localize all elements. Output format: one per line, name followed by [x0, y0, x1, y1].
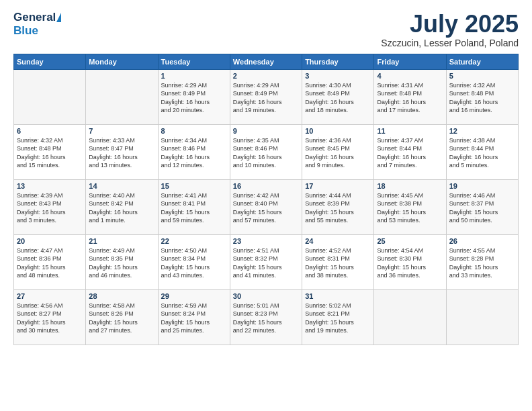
calendar-header-row: Sunday Monday Tuesday Wednesday Thursday…: [14, 54, 519, 69]
calendar-cell: 19Sunrise: 4:46 AM Sunset: 8:37 PM Dayli…: [446, 179, 518, 234]
day-number: 13: [17, 182, 83, 190]
calendar-cell: 11Sunrise: 4:37 AM Sunset: 8:44 PM Dayli…: [374, 124, 446, 179]
day-number: 5: [449, 72, 515, 80]
week-row-5: 27Sunrise: 4:56 AM Sunset: 8:27 PM Dayli…: [14, 289, 519, 345]
day-info: Sunrise: 4:59 AM Sunset: 8:24 PM Dayligh…: [161, 302, 227, 335]
day-info: Sunrise: 4:32 AM Sunset: 8:48 PM Dayligh…: [17, 136, 83, 170]
day-info: Sunrise: 4:36 AM Sunset: 8:45 PM Dayligh…: [305, 136, 371, 170]
day-info: Sunrise: 4:49 AM Sunset: 8:35 PM Dayligh…: [89, 246, 154, 280]
calendar-cell: 28Sunrise: 4:58 AM Sunset: 8:26 PM Dayli…: [86, 289, 158, 345]
location: Szczucin, Lesser Poland, Poland: [381, 38, 519, 48]
logo: General Blue: [13, 11, 66, 38]
day-info: Sunrise: 4:46 AM Sunset: 8:37 PM Dayligh…: [449, 191, 515, 225]
calendar-cell: 27Sunrise: 4:56 AM Sunset: 8:27 PM Dayli…: [14, 289, 86, 345]
day-info: Sunrise: 4:30 AM Sunset: 8:49 PM Dayligh…: [305, 81, 371, 115]
header: General Blue July 2025 Szczucin, Lesser …: [13, 11, 519, 48]
logo-general-text: General: [13, 11, 56, 24]
calendar-cell: [14, 69, 86, 124]
day-info: Sunrise: 4:41 AM Sunset: 8:41 PM Dayligh…: [161, 191, 227, 225]
logo-arrow-icon: [56, 13, 66, 22]
day-number: 11: [377, 127, 443, 135]
day-info: Sunrise: 4:58 AM Sunset: 8:26 PM Dayligh…: [89, 302, 154, 335]
calendar-cell: 10Sunrise: 4:36 AM Sunset: 8:45 PM Dayli…: [302, 124, 374, 179]
calendar-table: Sunday Monday Tuesday Wednesday Thursday…: [13, 54, 519, 345]
day-number: 2: [233, 72, 299, 80]
day-number: 18: [377, 182, 443, 190]
page: General Blue July 2025 Szczucin, Lesser …: [0, 0, 532, 411]
header-wednesday: Wednesday: [230, 54, 302, 69]
month-title: July 2025: [381, 11, 519, 38]
calendar-cell: 4Sunrise: 4:31 AM Sunset: 8:48 PM Daylig…: [374, 69, 446, 124]
day-info: Sunrise: 4:47 AM Sunset: 8:36 PM Dayligh…: [17, 246, 83, 280]
calendar-cell: 22Sunrise: 4:50 AM Sunset: 8:34 PM Dayli…: [158, 234, 230, 289]
day-number: 9: [233, 127, 299, 135]
calendar-cell: 9Sunrise: 4:35 AM Sunset: 8:46 PM Daylig…: [230, 124, 302, 179]
day-number: 30: [233, 292, 299, 300]
day-info: Sunrise: 4:40 AM Sunset: 8:42 PM Dayligh…: [89, 191, 154, 225]
day-number: 17: [305, 182, 371, 190]
day-info: Sunrise: 4:32 AM Sunset: 8:48 PM Dayligh…: [449, 81, 515, 115]
header-saturday: Saturday: [446, 54, 518, 69]
day-number: 27: [17, 292, 83, 300]
calendar-cell: 17Sunrise: 4:44 AM Sunset: 8:39 PM Dayli…: [302, 179, 374, 234]
calendar-cell: 18Sunrise: 4:45 AM Sunset: 8:38 PM Dayli…: [374, 179, 446, 234]
day-info: Sunrise: 4:33 AM Sunset: 8:47 PM Dayligh…: [89, 136, 154, 170]
day-number: 6: [17, 127, 83, 135]
day-info: Sunrise: 4:31 AM Sunset: 8:48 PM Dayligh…: [377, 81, 443, 115]
day-number: 14: [89, 182, 154, 190]
day-number: 24: [305, 237, 371, 245]
day-number: 8: [161, 127, 227, 135]
calendar-cell: 5Sunrise: 4:32 AM Sunset: 8:48 PM Daylig…: [446, 69, 518, 124]
calendar-cell: 1Sunrise: 4:29 AM Sunset: 8:49 PM Daylig…: [158, 69, 230, 124]
header-monday: Monday: [86, 54, 158, 69]
header-thursday: Thursday: [302, 54, 374, 69]
calendar-cell: 26Sunrise: 4:55 AM Sunset: 8:28 PM Dayli…: [446, 234, 518, 289]
day-number: 26: [449, 237, 515, 245]
day-number: 10: [305, 127, 371, 135]
day-number: 4: [377, 72, 443, 80]
day-number: 16: [233, 182, 299, 190]
day-number: 29: [161, 292, 227, 300]
header-sunday: Sunday: [14, 54, 86, 69]
calendar-cell: 31Sunrise: 5:02 AM Sunset: 8:21 PM Dayli…: [302, 289, 374, 345]
day-number: 1: [161, 72, 227, 80]
calendar-cell: 25Sunrise: 4:54 AM Sunset: 8:30 PM Dayli…: [374, 234, 446, 289]
day-info: Sunrise: 4:34 AM Sunset: 8:46 PM Dayligh…: [161, 136, 227, 170]
day-info: Sunrise: 4:38 AM Sunset: 8:44 PM Dayligh…: [449, 136, 515, 170]
day-number: 15: [161, 182, 227, 190]
day-info: Sunrise: 4:56 AM Sunset: 8:27 PM Dayligh…: [17, 302, 83, 335]
day-info: Sunrise: 4:37 AM Sunset: 8:44 PM Dayligh…: [377, 136, 443, 170]
calendar-cell: 20Sunrise: 4:47 AM Sunset: 8:36 PM Dayli…: [14, 234, 86, 289]
calendar-cell: 15Sunrise: 4:41 AM Sunset: 8:41 PM Dayli…: [158, 179, 230, 234]
day-number: 12: [449, 127, 515, 135]
calendar-cell: 14Sunrise: 4:40 AM Sunset: 8:42 PM Dayli…: [86, 179, 158, 234]
calendar-cell: [86, 69, 158, 124]
calendar-cell: [446, 289, 518, 345]
week-row-1: 1Sunrise: 4:29 AM Sunset: 8:49 PM Daylig…: [14, 69, 519, 124]
day-number: 3: [305, 72, 371, 80]
day-info: Sunrise: 4:54 AM Sunset: 8:30 PM Dayligh…: [377, 246, 443, 280]
week-row-2: 6Sunrise: 4:32 AM Sunset: 8:48 PM Daylig…: [14, 124, 519, 179]
calendar-cell: 7Sunrise: 4:33 AM Sunset: 8:47 PM Daylig…: [86, 124, 158, 179]
day-info: Sunrise: 4:39 AM Sunset: 8:43 PM Dayligh…: [17, 191, 83, 225]
header-friday: Friday: [374, 54, 446, 69]
calendar-cell: 12Sunrise: 4:38 AM Sunset: 8:44 PM Dayli…: [446, 124, 518, 179]
day-number: 19: [449, 182, 515, 190]
day-info: Sunrise: 4:29 AM Sunset: 8:49 PM Dayligh…: [161, 81, 227, 115]
calendar-cell: 21Sunrise: 4:49 AM Sunset: 8:35 PM Dayli…: [86, 234, 158, 289]
day-number: 28: [89, 292, 154, 300]
calendar-cell: 30Sunrise: 5:01 AM Sunset: 8:23 PM Dayli…: [230, 289, 302, 345]
week-row-3: 13Sunrise: 4:39 AM Sunset: 8:43 PM Dayli…: [14, 179, 519, 234]
title-section: July 2025 Szczucin, Lesser Poland, Polan…: [381, 11, 519, 48]
day-number: 7: [89, 127, 154, 135]
calendar-cell: 16Sunrise: 4:42 AM Sunset: 8:40 PM Dayli…: [230, 179, 302, 234]
day-number: 22: [161, 237, 227, 245]
day-info: Sunrise: 5:02 AM Sunset: 8:21 PM Dayligh…: [305, 302, 371, 335]
day-number: 20: [17, 237, 83, 245]
header-tuesday: Tuesday: [158, 54, 230, 69]
day-number: 31: [305, 292, 371, 300]
day-number: 25: [377, 237, 443, 245]
day-info: Sunrise: 4:52 AM Sunset: 8:31 PM Dayligh…: [305, 246, 371, 280]
calendar-cell: 3Sunrise: 4:30 AM Sunset: 8:49 PM Daylig…: [302, 69, 374, 124]
calendar-cell: 13Sunrise: 4:39 AM Sunset: 8:43 PM Dayli…: [14, 179, 86, 234]
